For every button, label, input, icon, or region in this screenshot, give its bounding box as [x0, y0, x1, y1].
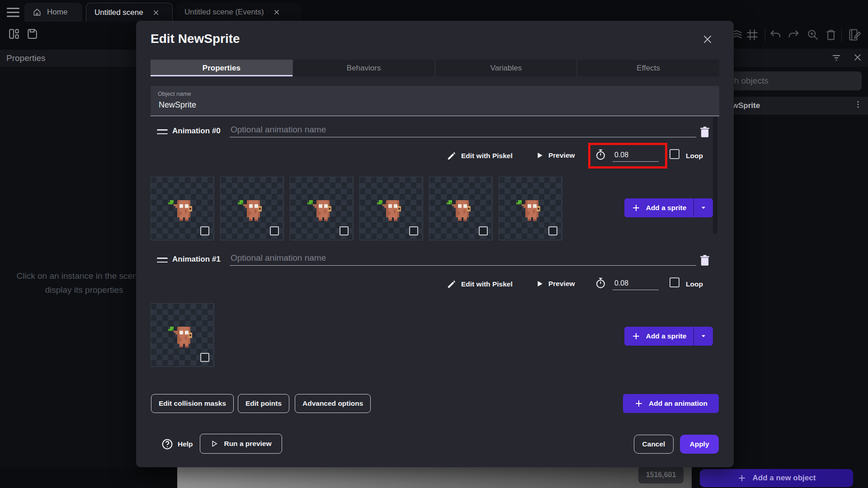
layout-icon[interactable] [8, 28, 20, 40]
frame-checkbox[interactable] [409, 226, 418, 235]
sprite-frame[interactable] [429, 177, 492, 240]
tab-variables[interactable]: Variables [435, 60, 577, 76]
edit-with-piskel-button[interactable]: Edit with Piskel [447, 151, 513, 161]
timer-highlight-box [588, 143, 667, 169]
pig-sprite-image [236, 195, 265, 225]
close-icon[interactable] [152, 9, 160, 16]
add-animation-button[interactable]: Add an animation [623, 394, 719, 413]
tab-properties[interactable]: Properties [151, 60, 292, 76]
home-icon [33, 8, 42, 17]
menu-icon[interactable] [6, 7, 20, 17]
loop-checkbox[interactable] [670, 277, 679, 287]
edit-collision-masks-button[interactable]: Edit collision masks [151, 394, 234, 413]
cancel-button[interactable]: Cancel [634, 435, 674, 454]
advanced-options-button[interactable]: Advanced options [295, 394, 371, 413]
tab-home[interactable]: Home [24, 3, 82, 22]
tab-behaviors[interactable]: Behaviors [292, 60, 435, 76]
edit-points-button[interactable]: Edit points [238, 394, 289, 413]
add-sprite-button[interactable]: Add a sprite [624, 198, 713, 217]
apply-button[interactable]: Apply [680, 435, 719, 454]
toolbar-divider [765, 28, 765, 42]
grid-icon[interactable] [745, 28, 759, 42]
sprite-frame[interactable] [151, 177, 214, 240]
sprite-frame[interactable] [499, 177, 562, 240]
notebook-edit-icon[interactable] [848, 28, 862, 42]
frame-checkbox[interactable] [200, 226, 209, 235]
undo-icon[interactable] [769, 28, 783, 42]
toolbar-divider [841, 28, 842, 42]
help-icon [161, 438, 173, 450]
edit-with-piskel-button[interactable]: Edit with Piskel [447, 279, 513, 289]
tab-effects[interactable]: Effects [577, 60, 719, 76]
stopwatch-icon [594, 277, 607, 289]
close-icon[interactable] [273, 9, 280, 16]
drag-handle-icon[interactable] [157, 129, 168, 137]
tab-untitled-scene[interactable]: Untitled scene [86, 3, 173, 22]
panel-title: Properties [6, 53, 46, 63]
tab-label: Home [47, 8, 67, 17]
sprite-frame[interactable] [290, 177, 353, 240]
add-sprite-button[interactable]: Add a sprite [624, 327, 713, 346]
pig-sprite-image [444, 195, 474, 225]
sprite-frame[interactable] [151, 304, 214, 366]
add-new-object-button[interactable]: Add a new object [700, 469, 853, 487]
pig-sprite-image [305, 195, 335, 225]
brush-icon [447, 151, 457, 161]
sprite-frame[interactable] [221, 177, 283, 240]
loop-label: Loop [686, 152, 703, 160]
dialog-scrollbar[interactable] [713, 117, 717, 234]
frame-checkbox[interactable] [200, 353, 209, 362]
zoom-in-icon[interactable] [806, 28, 820, 42]
plus-icon [632, 332, 641, 341]
play-icon [536, 151, 544, 160]
tab-label: Untitled scene [94, 8, 143, 17]
trash-icon[interactable] [824, 28, 838, 42]
frame-checkbox[interactable] [340, 226, 349, 235]
animation-frames [151, 304, 214, 366]
time-between-frames-input[interactable] [613, 277, 659, 290]
frame-checkbox[interactable] [270, 226, 279, 235]
pig-sprite-image [166, 321, 196, 351]
drag-handle-icon[interactable] [157, 258, 168, 265]
chevron-down-icon [700, 205, 707, 211]
animation-name-input[interactable] [230, 122, 696, 137]
dialog-title: Edit NewSprite [151, 32, 240, 46]
filter-icon[interactable] [831, 52, 842, 63]
object-name-field[interactable]: Object name [151, 86, 719, 116]
close-icon[interactable] [702, 33, 713, 45]
delete-animation-icon[interactable] [698, 254, 711, 267]
play-icon [536, 280, 544, 288]
tab-untitled-scene-events[interactable]: Untitled scene (Events) [176, 3, 302, 22]
close-icon[interactable] [853, 52, 863, 62]
kebab-menu-icon[interactable] [854, 100, 863, 112]
run-preview-button[interactable]: Run a preview [200, 434, 282, 454]
plus-icon [737, 474, 746, 483]
sprite-frame[interactable] [360, 177, 423, 240]
dialog-tabs: Properties Behaviors Variables Effects [151, 60, 719, 76]
help-button[interactable]: Help [161, 438, 193, 450]
delete-animation-icon[interactable] [698, 126, 711, 138]
save-icon[interactable] [26, 28, 38, 40]
object-name-input[interactable] [158, 100, 714, 110]
add-sprite-dropdown[interactable] [693, 198, 713, 217]
brush-icon [447, 279, 457, 289]
tab-label: Untitled scene (Events) [184, 8, 264, 17]
pig-sprite-image [375, 195, 405, 225]
animation-name-input[interactable] [230, 250, 696, 266]
plus-icon [632, 203, 641, 212]
animation-label: Animation #1 [172, 255, 221, 264]
edit-sprite-dialog: Edit NewSprite Properties Behaviors Vari… [136, 21, 734, 467]
preview-button[interactable]: Preview [536, 151, 575, 160]
animation-frames [151, 177, 562, 240]
pig-sprite-image [514, 195, 544, 225]
object-name-label: Object name [158, 90, 712, 97]
preview-button[interactable]: Preview [536, 280, 575, 288]
pig-sprite-image [166, 195, 196, 225]
redo-icon[interactable] [787, 28, 800, 42]
frame-checkbox[interactable] [548, 226, 557, 235]
frame-checkbox[interactable] [479, 226, 488, 235]
loop-label: Loop [686, 280, 703, 288]
loop-checkbox[interactable] [670, 149, 679, 159]
add-sprite-dropdown[interactable] [693, 327, 713, 346]
scene-canvas-edge [177, 465, 692, 488]
